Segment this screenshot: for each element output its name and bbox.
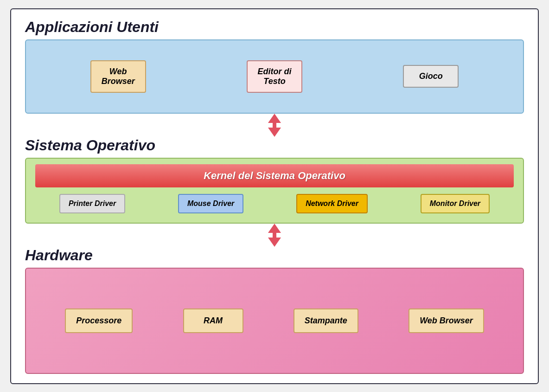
main-container: Applicazioni Utenti Web Browser Editor d…: [10, 8, 539, 384]
arrow-app-to-os: [25, 114, 524, 137]
sistema-box: Kernel del Sistema Operativo Printer Dri…: [25, 158, 524, 224]
mouse-driver-card: Mouse Driver: [178, 194, 243, 213]
arrow-up-icon: [268, 114, 281, 123]
hardware-section: Hardware Processore RAM Stampante Web Br…: [25, 247, 524, 374]
drivers-row: Printer Driver Mouse Driver Network Driv…: [35, 194, 514, 213]
web-browser-card: Web Browser: [90, 60, 146, 93]
arrow-os-to-hw: [25, 224, 524, 247]
arrow-down-icon-2: [268, 238, 281, 247]
editor-testo-card: Editor di Testo: [247, 60, 302, 93]
web-browser-hw-card: Web Browser: [409, 308, 484, 333]
applicazioni-box: Web Browser Editor di Testo Gioco: [25, 39, 524, 114]
stampante-card: Stampante: [294, 308, 358, 333]
printer-driver-card: Printer Driver: [59, 194, 125, 213]
monitor-driver-card: Monitor Driver: [421, 194, 490, 213]
ram-card: RAM: [183, 308, 243, 333]
double-arrow-2: [268, 224, 281, 247]
arrow-line: [273, 123, 276, 128]
sistema-section: Sistema Operativo Kernel del Sistema Ope…: [25, 137, 524, 224]
applicazioni-title: Applicazioni Utenti: [25, 19, 524, 36]
arrow-up-icon-2: [268, 224, 281, 233]
hardware-box: Processore RAM Stampante Web Browser: [25, 268, 524, 374]
gioco-card: Gioco: [403, 65, 459, 88]
kernel-bar: Kernel del Sistema Operativo: [35, 164, 514, 187]
hardware-title: Hardware: [25, 247, 524, 264]
arrow-line-2: [273, 233, 276, 238]
processore-card: Processore: [65, 308, 133, 333]
applicazioni-section: Applicazioni Utenti Web Browser Editor d…: [25, 19, 524, 114]
sistema-title: Sistema Operativo: [25, 137, 524, 154]
network-driver-card: Network Driver: [296, 194, 368, 213]
double-arrow-1: [268, 114, 281, 137]
arrow-down-icon: [268, 128, 281, 137]
